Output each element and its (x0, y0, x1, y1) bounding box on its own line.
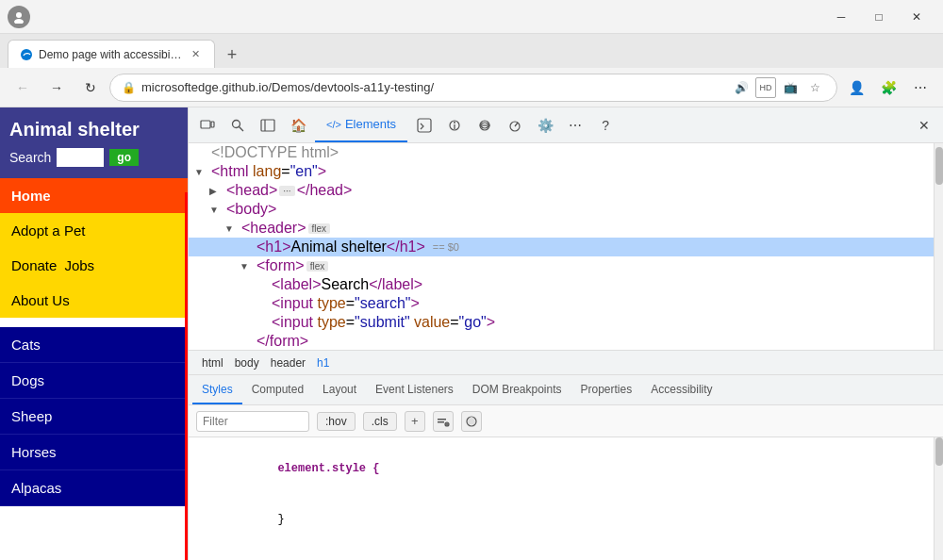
styles-tab-layout[interactable]: Layout (313, 375, 366, 404)
extensions-button[interactable]: 🧩 (873, 73, 903, 103)
styles-tab-dom-breakpoints[interactable]: DOM Breakpoints (463, 375, 571, 404)
address-icons: 🔊 HD 📺 ☆ (731, 77, 825, 98)
css-element-style: element.style { (196, 443, 926, 494)
styles-tab-accessibility[interactable]: Accessibility (641, 375, 721, 404)
html-tag: <html (211, 163, 249, 180)
color-scheme-icon[interactable] (461, 411, 482, 432)
new-style-rule-icon[interactable] (433, 411, 454, 432)
close-button[interactable]: ✕ (898, 4, 935, 30)
browser-tab-active[interactable]: Demo page with accessibility issu ✕ (8, 40, 215, 68)
head-badge: ··· (279, 186, 294, 196)
title-bar-left (8, 6, 822, 28)
tab-elements-icon: </> (326, 119, 341, 130)
bc-h1[interactable]: h1 (311, 354, 335, 371)
tab-close-button[interactable]: ✕ (188, 47, 203, 62)
source-line-doctype: <!DOCTYPE html> (189, 143, 934, 162)
source-line-header: ▼ <header> flex (189, 219, 934, 238)
nav-home[interactable]: Home (0, 178, 188, 213)
console-icon[interactable] (411, 112, 438, 139)
plus-icon[interactable]: + (405, 411, 425, 432)
animal-alpacas[interactable]: Alpacas (0, 470, 188, 506)
html-toggle[interactable]: ▼ (194, 167, 204, 177)
animal-dogs[interactable]: Dogs (0, 363, 188, 399)
home-devtools-icon[interactable]: 🏠 (285, 112, 311, 139)
lock-icon: 🔒 (122, 81, 136, 94)
filter-bar: :hov .cls + (189, 405, 943, 437)
cls-button[interactable]: .cls (363, 412, 397, 431)
svg-rect-9 (418, 119, 431, 132)
settings-icon[interactable]: ⚙️ (532, 112, 558, 139)
hov-button[interactable]: :hov (317, 412, 356, 431)
browser-actions: 👤 🧩 ⋯ (841, 73, 935, 103)
animal-cats[interactable]: Cats (0, 327, 188, 363)
bottom-scrollbar[interactable] (934, 437, 943, 560)
bc-header[interactable]: header (265, 354, 311, 371)
help-icon[interactable]: ? (592, 112, 619, 139)
bc-body[interactable]: body (229, 354, 265, 371)
search-input[interactable] (57, 148, 104, 167)
back-button[interactable]: ← (8, 73, 38, 103)
body-toggle[interactable]: ▼ (209, 205, 219, 215)
source-line-body: ▼ <body> (189, 200, 934, 219)
devtools-toolbar: 🏠 </> Elements ⚙️ ⋯ ? ✕ (189, 107, 943, 143)
styles-tab-styles[interactable]: Styles (192, 375, 242, 404)
svg-rect-17 (438, 419, 446, 420)
animal-sheep[interactable]: Sheep (0, 399, 188, 435)
new-tab-button[interactable]: + (219, 41, 245, 68)
source-line-head: ▶ <head> ··· </head> (189, 181, 934, 200)
sources-icon[interactable] (441, 112, 468, 139)
header-toggle[interactable]: ▼ (224, 223, 234, 234)
header-flex-badge: flex (308, 223, 331, 234)
restore-button[interactable]: □ (860, 4, 898, 30)
nav-adopt[interactable]: Adopt a Pet (0, 213, 188, 248)
tab-title: Demo page with accessibility issu (39, 48, 182, 61)
more-button[interactable]: ⋯ (905, 73, 935, 103)
css-header-h1-rule: header h1 { styles.css:257 (196, 551, 926, 560)
cast-icon[interactable]: 📺 (780, 77, 801, 98)
network-icon[interactable] (472, 112, 498, 139)
devtools-close-button[interactable]: ✕ (911, 112, 937, 139)
minimize-button[interactable]: ─ (822, 4, 860, 30)
source-scrollbar[interactable] (934, 143, 943, 350)
svg-rect-18 (438, 421, 444, 423)
device-toolbar-icon[interactable] (194, 112, 221, 139)
styles-tab-event-listeners[interactable]: Event Listeners (366, 375, 463, 404)
favorites-icon[interactable]: ☆ (804, 77, 825, 98)
dollar-zero: == $0 (433, 241, 459, 253)
tab-elements-label: Elements (345, 117, 396, 131)
source-line-html: ▼ <html lang="en"> (189, 162, 934, 181)
tab-elements[interactable]: </> Elements (315, 107, 407, 142)
styles-tab-computed[interactable]: Computed (242, 375, 313, 404)
source-scroll-thumb[interactable] (935, 147, 943, 185)
html-lang-attr: lang (249, 163, 282, 180)
search-button[interactable]: go (109, 149, 139, 166)
address-box[interactable]: 🔒 microsoftedge.github.io/Demos/devtools… (109, 74, 837, 102)
form-toggle[interactable]: ▼ (240, 261, 249, 272)
window-controls: ─ □ ✕ (822, 4, 935, 30)
title-bar: ─ □ ✕ (0, 0, 943, 34)
nav-about[interactable]: About Us (0, 283, 188, 318)
animal-horses[interactable]: Horses (0, 435, 188, 470)
read-aloud-icon[interactable]: 🔊 (731, 77, 752, 98)
filter-input[interactable] (196, 411, 309, 432)
bottom-scroll-thumb[interactable] (935, 437, 943, 466)
search-icon[interactable] (224, 112, 251, 139)
nav-donate-label: Donate (11, 257, 57, 273)
bc-html[interactable]: html (196, 354, 229, 371)
form-flex-badge: flex (306, 261, 329, 272)
nav-donate-jobs[interactable]: Donate Jobs (0, 248, 188, 283)
styles-tab-properties[interactable]: Properties (571, 375, 642, 404)
performance-icon[interactable] (502, 112, 528, 139)
main-area: Animal shelter Search go Home Adopt a Pe… (0, 107, 943, 560)
head-toggle[interactable]: ▶ (209, 186, 217, 196)
refresh-button[interactable]: ↻ (75, 73, 106, 103)
search-label: Search (9, 150, 51, 165)
sidebar-icon[interactable] (255, 112, 281, 139)
forward-button[interactable]: → (41, 73, 72, 103)
svg-rect-3 (201, 121, 210, 128)
more-tools-icon[interactable]: ⋯ (562, 112, 588, 139)
svg-point-5 (233, 120, 240, 127)
svg-line-6 (240, 126, 244, 131)
svg-line-16 (515, 123, 518, 126)
profile-button[interactable]: 👤 (841, 73, 871, 103)
